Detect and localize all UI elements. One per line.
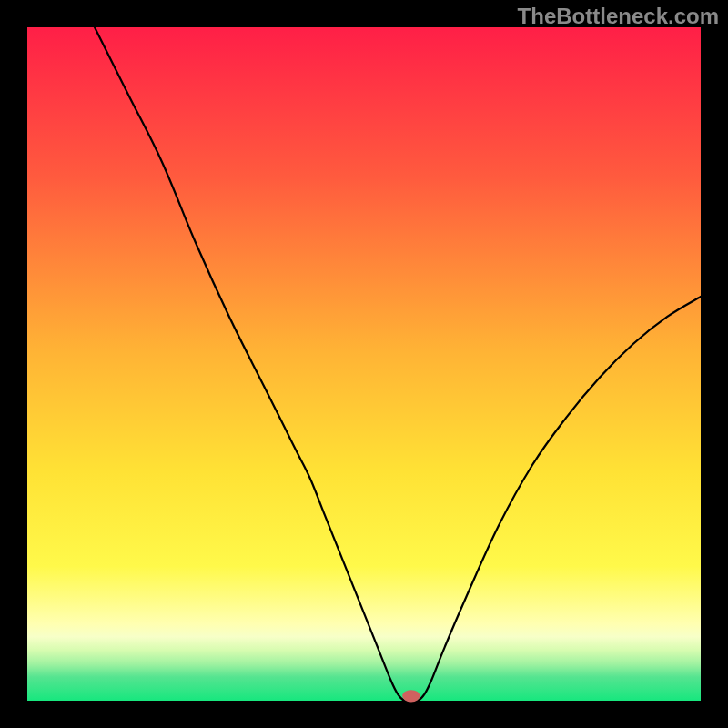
watermark-text: TheBottleneck.com <box>518 4 719 29</box>
optimal-marker <box>402 690 420 702</box>
bottleneck-chart <box>0 0 728 728</box>
plot-background <box>27 27 701 701</box>
chart-frame: { "watermark": "TheBottleneck.com", "cha… <box>0 0 728 728</box>
